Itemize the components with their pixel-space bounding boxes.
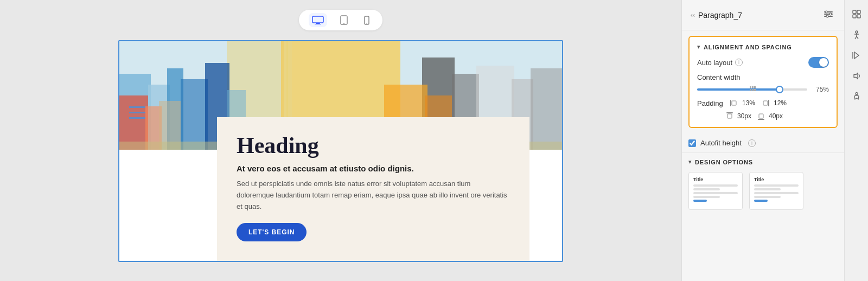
padding-bottom-value: 40px xyxy=(768,112,784,120)
padding-bottom-field: 40px xyxy=(757,112,784,120)
alignment-spacing-section: ▾ ALIGNMENT AND SPACING Auto layout i Co… xyxy=(688,36,838,128)
svg-rect-47 xyxy=(763,101,768,105)
svg-point-37 xyxy=(826,15,828,17)
padding-row-1: Padding 13% 12% xyxy=(697,99,829,107)
autofit-label: Autofit height xyxy=(700,139,742,147)
device-toolbar xyxy=(299,10,382,30)
svg-rect-52 xyxy=(853,10,856,14)
content-subheading: At vero eos et accusam at etiusto odio d… xyxy=(237,164,510,173)
panel-header: ‹‹ Paragraph_7 xyxy=(682,0,844,30)
animation-btn[interactable] xyxy=(848,47,865,64)
design-card-2-line-2 xyxy=(754,188,781,190)
auto-layout-toggle[interactable] xyxy=(808,57,829,68)
properties-panel-btn[interactable] xyxy=(848,5,865,23)
svg-rect-13 xyxy=(181,79,208,150)
slider-grid-marker xyxy=(750,86,757,93)
design-options-header: ▾ DESIGN OPTIONS xyxy=(688,158,838,165)
canvas-area: Heading At vero eos et accusam at etiust… xyxy=(0,0,681,281)
panel-element-name: Paragraph_7 xyxy=(698,11,742,20)
svg-rect-46 xyxy=(768,100,769,106)
design-card-1-line-3 xyxy=(693,192,738,194)
autofit-info-icon[interactable]: i xyxy=(748,139,756,147)
padding-top-field: 30px xyxy=(725,112,752,120)
design-card-2[interactable]: Title xyxy=(749,172,803,210)
content-heading: Heading xyxy=(237,132,510,158)
padding-right-field: 12% xyxy=(761,99,788,107)
svg-rect-40 xyxy=(754,86,756,88)
design-card-2-accent xyxy=(754,200,768,202)
svg-rect-44 xyxy=(730,100,731,106)
slider-fill xyxy=(697,88,780,91)
design-card-2-line-4 xyxy=(754,196,781,198)
design-options-chevron-icon[interactable]: ▾ xyxy=(688,158,692,165)
svg-rect-25 xyxy=(129,112,145,113)
svg-rect-39 xyxy=(752,86,754,88)
device-mobile-btn[interactable] xyxy=(361,13,373,27)
design-cards: Title Title xyxy=(688,172,838,210)
padding-top-icon xyxy=(725,112,734,120)
padding-row-2: 30px 40px xyxy=(697,112,829,120)
design-card-1-line-2 xyxy=(693,188,720,190)
svg-point-4 xyxy=(343,23,344,24)
design-card-1-accent xyxy=(693,200,707,202)
panel-settings-btn[interactable] xyxy=(821,8,835,22)
svg-rect-54 xyxy=(853,15,856,18)
design-card-1-line-4 xyxy=(693,196,720,198)
autofit-section: Autofit height i xyxy=(682,133,844,153)
design-options-title: DESIGN OPTIONS xyxy=(695,159,753,165)
svg-point-62 xyxy=(856,93,858,95)
content-card: Heading At vero eos et accusam at etiust… xyxy=(217,117,529,261)
svg-point-35 xyxy=(825,11,827,13)
svg-rect-51 xyxy=(759,114,763,118)
svg-rect-20 xyxy=(531,68,562,150)
svg-point-56 xyxy=(856,31,858,33)
design-card-2-line-3 xyxy=(754,192,799,194)
content-body: Sed ut perspiciatis unde omnis iste natu… xyxy=(237,178,508,212)
auto-layout-label: Auto layout i xyxy=(697,59,808,67)
design-options-section: ▾ DESIGN OPTIONS Title Title xyxy=(682,153,844,215)
svg-rect-2 xyxy=(315,24,321,24)
design-card-1[interactable]: Title xyxy=(688,172,743,210)
svg-rect-38 xyxy=(750,86,751,88)
section-title: ALIGNMENT AND SPACING xyxy=(704,44,792,50)
device-tablet-btn[interactable] xyxy=(337,13,351,27)
panel-back-chevron[interactable]: ‹‹ xyxy=(691,11,695,19)
design-card-1-title: Title xyxy=(693,177,738,182)
content-width-label: Content width xyxy=(697,73,829,81)
padding-top-value: 30px xyxy=(736,112,752,120)
content-width-slider-row: 75% xyxy=(697,86,829,93)
design-card-2-title: Title xyxy=(754,177,799,182)
svg-rect-53 xyxy=(857,10,860,14)
padding-label: Padding xyxy=(697,99,725,107)
auto-layout-info-icon[interactable]: i xyxy=(735,59,743,66)
content-width-value: 75% xyxy=(812,86,829,93)
padding-right-value: 12% xyxy=(772,99,788,107)
svg-line-60 xyxy=(857,36,858,39)
svg-rect-26 xyxy=(129,117,145,119)
panel-title-group: ‹‹ Paragraph_7 xyxy=(691,11,742,20)
padding-right-icon xyxy=(761,99,770,107)
svg-rect-43 xyxy=(754,89,756,91)
slider-thumb[interactable] xyxy=(776,86,783,93)
content-width-slider[interactable] xyxy=(697,88,807,91)
section-chevron-icon[interactable]: ▾ xyxy=(697,43,700,50)
device-desktop-btn[interactable] xyxy=(309,13,327,27)
svg-rect-24 xyxy=(129,106,145,108)
accessibility-btn[interactable] xyxy=(848,26,865,43)
figure-btn[interactable] xyxy=(848,88,865,105)
padding-bottom-icon xyxy=(757,112,765,120)
svg-line-59 xyxy=(855,36,857,39)
svg-rect-42 xyxy=(752,89,754,91)
design-card-2-line-1 xyxy=(754,184,799,187)
auto-layout-row: Auto layout i xyxy=(697,57,829,68)
section-header: ▾ ALIGNMENT AND SPACING xyxy=(697,43,829,50)
page-preview: Heading At vero eos et accusam at etiust… xyxy=(118,40,563,262)
svg-rect-55 xyxy=(857,15,860,18)
svg-rect-1 xyxy=(316,23,320,24)
autofit-checkbox[interactable] xyxy=(688,139,696,147)
svg-rect-50 xyxy=(758,119,764,120)
svg-rect-0 xyxy=(312,16,323,23)
cta-button[interactable]: LET'S BEGIN xyxy=(237,223,307,241)
svg-point-6 xyxy=(366,23,367,24)
audio-btn[interactable] xyxy=(848,67,865,85)
